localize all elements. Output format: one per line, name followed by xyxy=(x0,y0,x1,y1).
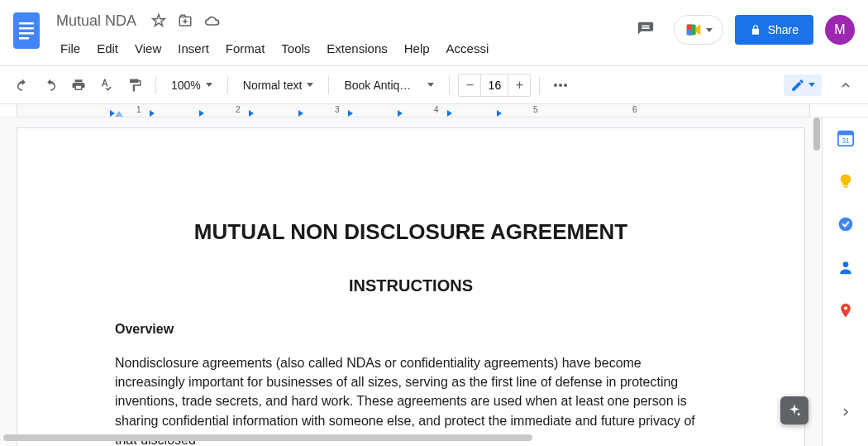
text-cursor-icon: I xyxy=(455,223,460,241)
spellcheck-button[interactable] xyxy=(94,73,119,98)
horizontal-ruler[interactable]: 1 2 3 4 5 6 xyxy=(0,104,868,117)
menu-extensions[interactable]: Extensions xyxy=(319,38,394,59)
indent-marker[interactable] xyxy=(115,111,123,117)
menu-format[interactable]: Format xyxy=(218,38,273,59)
ruler-tick: 1 xyxy=(136,105,141,114)
tab-stop[interactable] xyxy=(497,110,502,117)
svg-point-18 xyxy=(843,306,847,309)
share-button[interactable]: Share xyxy=(735,15,813,45)
svg-point-17 xyxy=(842,261,848,267)
more-tools-button[interactable] xyxy=(548,73,573,98)
style-dropdown[interactable]: Normal text xyxy=(236,75,321,95)
svg-rect-8 xyxy=(686,30,691,35)
font-size-input[interactable] xyxy=(480,74,508,96)
zoom-value: 100% xyxy=(171,79,201,92)
contacts-icon[interactable] xyxy=(837,258,855,276)
svg-point-9 xyxy=(554,84,557,87)
tab-stop[interactable] xyxy=(249,110,254,117)
vertical-scrollbar[interactable] xyxy=(810,117,822,431)
pencil-icon xyxy=(790,78,805,93)
svg-text:31: 31 xyxy=(842,137,850,145)
tab-stop[interactable] xyxy=(398,110,403,117)
tab-stop[interactable] xyxy=(150,110,155,117)
svg-rect-13 xyxy=(837,132,852,136)
font-value: Book Antiq… xyxy=(344,79,422,92)
menubar: File Edit View Insert Format Tools Exten… xyxy=(53,38,629,59)
svg-rect-4 xyxy=(19,37,29,40)
chevron-down-icon xyxy=(706,28,713,32)
svg-rect-0 xyxy=(13,12,40,49)
chevron-down-icon xyxy=(427,83,434,87)
chevron-down-icon xyxy=(808,83,815,87)
svg-rect-15 xyxy=(843,186,847,188)
tab-stop[interactable] xyxy=(110,110,115,117)
editing-mode-button[interactable] xyxy=(784,74,822,96)
collapse-toolbar-button[interactable] xyxy=(833,73,858,98)
menu-accessibility[interactable]: Accessi xyxy=(439,38,497,59)
meet-icon xyxy=(684,21,703,39)
font-size-control: − + xyxy=(458,74,531,97)
doc-section-heading[interactable]: Overview xyxy=(115,322,707,337)
ruler-tick: 4 xyxy=(434,105,439,114)
ruler-tick: 5 xyxy=(533,105,538,114)
font-size-increase[interactable]: + xyxy=(508,74,530,96)
explore-button[interactable] xyxy=(780,396,808,424)
print-button[interactable] xyxy=(66,73,91,98)
page[interactable]: I MUTUAL NON DISCLOSURE AGREEMENT INSTRU… xyxy=(17,127,805,446)
svg-rect-7 xyxy=(686,25,691,30)
style-value: Normal text xyxy=(243,79,303,92)
redo-button[interactable] xyxy=(38,73,63,98)
svg-rect-3 xyxy=(19,32,34,35)
svg-rect-1 xyxy=(19,22,34,25)
chevron-down-icon xyxy=(307,83,313,87)
zoom-dropdown[interactable]: 100% xyxy=(165,75,219,95)
doc-heading-1[interactable]: MUTUAL NON DISCLOSURE AGREEMENT xyxy=(115,219,707,245)
toolbar: 100% Normal text Book Antiq… − + xyxy=(0,66,868,104)
calendar-icon[interactable]: 31 xyxy=(837,129,855,147)
docs-logo[interactable] xyxy=(10,8,43,53)
doc-heading-2[interactable]: INSTRUCTIONS xyxy=(115,276,707,295)
undo-button[interactable] xyxy=(10,73,35,98)
lock-icon xyxy=(750,24,761,36)
side-panel-expand-icon[interactable] xyxy=(837,403,855,421)
side-panel: 31 xyxy=(822,117,868,446)
cloud-saved-icon[interactable] xyxy=(204,13,221,28)
keep-icon[interactable] xyxy=(837,172,855,190)
document-canvas[interactable]: I MUTUAL NON DISCLOSURE AGREEMENT INSTRU… xyxy=(0,117,822,446)
menu-tools[interactable]: Tools xyxy=(274,38,317,59)
ruler-tick: 6 xyxy=(632,105,637,114)
tab-stop[interactable] xyxy=(199,110,204,117)
move-icon[interactable] xyxy=(178,13,193,28)
font-size-decrease[interactable]: − xyxy=(459,74,480,96)
svg-point-11 xyxy=(564,84,567,87)
tasks-icon[interactable] xyxy=(837,215,855,233)
comment-history-icon[interactable] xyxy=(629,13,662,46)
menu-file[interactable]: File xyxy=(53,38,88,59)
account-avatar[interactable]: M xyxy=(825,15,855,45)
tab-stop[interactable] xyxy=(447,110,452,117)
maps-icon[interactable] xyxy=(837,301,855,319)
font-dropdown[interactable]: Book Antiq… xyxy=(337,75,441,95)
svg-point-10 xyxy=(559,84,562,87)
menu-insert[interactable]: Insert xyxy=(170,38,217,59)
document-title[interactable]: Mutual NDA xyxy=(53,11,140,31)
chevron-down-icon xyxy=(206,83,212,87)
ruler-tick: 2 xyxy=(236,105,241,114)
menu-view[interactable]: View xyxy=(127,38,169,59)
svg-rect-2 xyxy=(19,27,34,30)
horizontal-scrollbar[interactable] xyxy=(0,433,822,444)
menu-edit[interactable]: Edit xyxy=(89,38,126,59)
ruler-tick: 3 xyxy=(335,105,340,114)
share-label: Share xyxy=(768,23,799,36)
star-icon[interactable] xyxy=(151,13,166,28)
scrollbar-thumb[interactable] xyxy=(3,434,532,441)
scrollbar-thumb[interactable] xyxy=(813,117,820,151)
menu-help[interactable]: Help xyxy=(397,38,437,59)
paint-format-button[interactable] xyxy=(122,73,147,98)
tab-stop[interactable] xyxy=(348,110,353,117)
tab-stop[interactable] xyxy=(298,110,303,117)
meet-button[interactable] xyxy=(674,15,723,45)
